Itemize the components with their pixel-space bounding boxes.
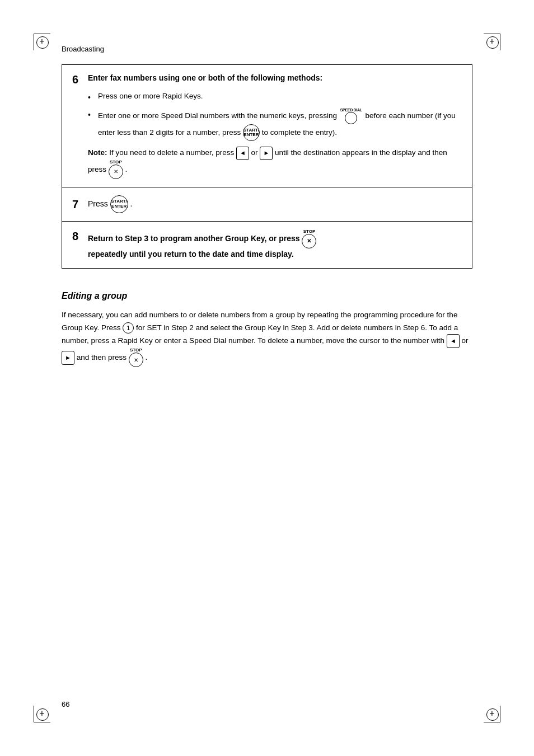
step8-text: Return to Step 3 to program another Grou… bbox=[88, 233, 300, 242]
step8-number: 8 bbox=[72, 229, 85, 243]
step8-box: 8 Return to Step 3 to program another Gr… bbox=[62, 222, 472, 269]
step7-number: 7 bbox=[72, 198, 85, 211]
stop-icon-step8: STOP bbox=[302, 229, 316, 248]
section-label: Broadcasting bbox=[62, 45, 472, 53]
step7-box: 7 Press START/ENTER . bbox=[62, 187, 472, 222]
editing-body: If necessary, you can add numbers to or … bbox=[62, 309, 472, 368]
step7-text-pre: Press bbox=[88, 199, 108, 208]
page-number: 66 bbox=[62, 700, 69, 708]
step6-box: 6 Enter fax numbers using one or both of… bbox=[62, 64, 472, 187]
start-enter-icon-inline: START/ENTER bbox=[243, 124, 260, 141]
step6-title: Enter fax numbers using one or both of t… bbox=[88, 73, 322, 84]
step7-text-post: . bbox=[130, 199, 133, 208]
step6-body: Press one or more Rapid Keys. Enter one … bbox=[88, 91, 462, 179]
right-arrow-editing: ► bbox=[62, 351, 74, 365]
step6-number: 6 bbox=[72, 73, 85, 86]
speed-dial-icon: SPEED DIAL bbox=[340, 108, 362, 124]
step8-text2: repeatedly until you return to the date … bbox=[88, 250, 294, 259]
stop-icon-note: STOP bbox=[109, 160, 123, 179]
step6-note: Note: If you need to delete a number, pr… bbox=[88, 147, 462, 179]
editing-section: Editing a group If necessary, you can ad… bbox=[62, 291, 472, 368]
start-enter-icon-step7: START/ENTER bbox=[110, 195, 128, 213]
editing-title: Editing a group bbox=[62, 291, 472, 301]
left-arrow-editing: ◄ bbox=[447, 334, 460, 348]
step6-bullet2: Enter one or more Speed Dial numbers wit… bbox=[88, 108, 462, 141]
left-arrow-icon: ◄ bbox=[236, 147, 249, 160]
step6-bullet1: Press one or more Rapid Keys. bbox=[88, 91, 462, 104]
stop-icon-editing: STOP bbox=[129, 348, 143, 367]
number-1-icon: 1 bbox=[123, 322, 134, 334]
step6-bullet-list: Press one or more Rapid Keys. Enter one … bbox=[88, 91, 462, 141]
right-arrow-icon: ► bbox=[260, 147, 273, 160]
